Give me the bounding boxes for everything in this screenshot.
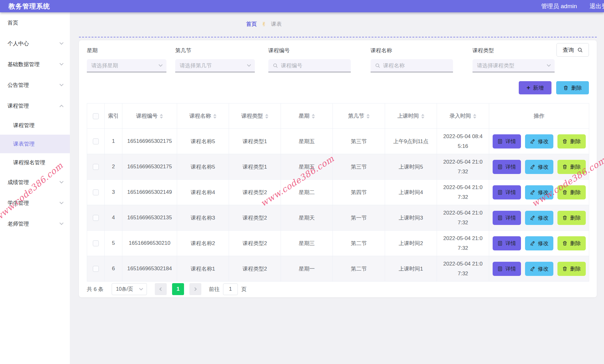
select-all-checkbox[interactable] — [93, 113, 99, 119]
add-button[interactable]: + 新增 — [519, 81, 551, 94]
filter-placeholder: 请选择课程类型 — [477, 62, 545, 69]
filter-select[interactable]: 请选择第几节 — [175, 59, 255, 72]
sidebar-item-1[interactable]: 个人中心 — [0, 33, 70, 54]
detail-button[interactable]: 详情 — [493, 211, 521, 225]
delete-button[interactable]: 删除 — [557, 160, 586, 174]
chevron-down-icon — [59, 221, 64, 225]
sidebar-item-label: 课程管理 — [13, 122, 35, 129]
column-header-4[interactable]: 星期 — [281, 104, 333, 129]
edit-button[interactable]: 修改 — [525, 134, 553, 148]
delete-button[interactable]: 删除 — [557, 262, 586, 276]
sidebar-item-4[interactable]: 课程管理 — [0, 95, 70, 116]
column-header-0: 索引 — [105, 104, 122, 129]
detail-button-label: 详情 — [506, 163, 516, 171]
sidebar-subitem-7[interactable]: 课程报名管理 — [0, 153, 70, 172]
sidebar-item-label: 公告管理 — [8, 81, 29, 89]
trash-icon — [562, 266, 568, 272]
trash-icon — [562, 215, 568, 221]
sidebar-item-10[interactable]: 老师管理 — [0, 213, 70, 234]
search-icon — [273, 63, 278, 68]
sidebar-item-0[interactable]: 首页 — [0, 12, 70, 33]
detail-button[interactable]: 详情 — [493, 160, 521, 174]
cell-course-code: 165166965302184 — [122, 256, 177, 282]
edit-button[interactable]: 修改 — [525, 185, 553, 199]
cell-course-type: 课程类型2 — [229, 231, 281, 256]
sidebar-item-9[interactable]: 学生管理 — [0, 193, 70, 213]
filter-search-input[interactable]: 课程名称 — [371, 59, 453, 72]
edit-button[interactable]: 修改 — [525, 211, 553, 225]
admin-user-label[interactable]: 管理员 admin — [541, 2, 577, 10]
filter-select[interactable]: 请选择星期 — [87, 59, 166, 72]
detail-button[interactable]: 详情 — [493, 134, 521, 148]
sidebar-item-3[interactable]: 公告管理 — [0, 75, 70, 95]
filter-group: 第几节 请选择第几节 — [175, 47, 255, 72]
filter-group: 课程类型 请选择课程类型 — [473, 47, 555, 72]
page-size-select[interactable]: 10条/页 — [112, 283, 147, 295]
column-header-7[interactable]: 录入时间 — [437, 104, 489, 129]
batch-delete-button[interactable]: 删除 — [556, 81, 589, 94]
pagination: 共 6 条 10条/页 1 前往 1 页 — [87, 283, 589, 295]
sort-caret-icon[interactable] — [366, 114, 370, 119]
sidebar-item-8[interactable]: 成绩管理 — [0, 172, 70, 193]
row-checkbox[interactable] — [93, 138, 99, 144]
column-header-1[interactable]: 课程编号 — [122, 104, 177, 129]
sort-caret-icon[interactable] — [312, 114, 315, 119]
table-row: 3 165166965302149 课程名称4 课程类型2 星期二 第四节 上课… — [87, 180, 589, 205]
query-button[interactable]: 查询 — [556, 43, 589, 57]
sort-caret-icon[interactable] — [421, 114, 424, 119]
document-icon — [497, 164, 503, 170]
page-jumper: 前往 1 页 — [209, 283, 247, 295]
column-header-3[interactable]: 课程类型 — [229, 104, 281, 129]
row-checkbox[interactable] — [93, 215, 99, 221]
edit-button[interactable]: 修改 — [525, 160, 553, 174]
edit-button[interactable]: 修改 — [525, 236, 553, 250]
filter-label: 星期 — [87, 47, 166, 54]
delete-button-label: 删除 — [570, 189, 581, 196]
cell-section: 第三节 — [333, 154, 385, 180]
row-checkbox[interactable] — [93, 240, 99, 246]
filter-search-input[interactable]: 课程编号 — [268, 59, 351, 72]
detail-button[interactable]: 详情 — [493, 262, 521, 276]
sidebar-subitem-6[interactable]: 课表管理 — [0, 135, 70, 153]
breadcrumb-home[interactable]: 首页 — [246, 20, 257, 28]
row-checkbox-cell — [87, 129, 105, 154]
detail-button[interactable]: 详情 — [493, 236, 521, 250]
current-page-button[interactable]: 1 — [172, 283, 184, 295]
prev-page-button[interactable] — [155, 283, 167, 295]
delete-button[interactable]: 删除 — [557, 185, 586, 199]
delete-button[interactable]: 删除 — [557, 236, 586, 250]
detail-button-label: 详情 — [506, 214, 516, 221]
edit-button-label: 修改 — [538, 265, 549, 272]
edit-button[interactable]: 修改 — [525, 262, 553, 276]
filter-select[interactable]: 请选择课程类型 — [473, 59, 555, 72]
delete-button[interactable]: 删除 — [557, 134, 586, 148]
cell-actions: 详情 修改 删除 — [489, 231, 589, 256]
row-actions: 详情 修改 删除 — [489, 134, 589, 148]
delete-button[interactable]: 删除 — [557, 211, 586, 225]
row-checkbox[interactable] — [93, 164, 99, 170]
detail-button[interactable]: 详情 — [493, 185, 521, 199]
next-page-button[interactable] — [189, 283, 201, 295]
jump-page-input[interactable]: 1 — [223, 283, 238, 295]
row-checkbox-cell — [87, 231, 105, 256]
cell-weekday: 星期天 — [281, 205, 333, 231]
sidebar-item-2[interactable]: 基础数据管理 — [0, 54, 70, 75]
row-checkbox[interactable] — [93, 266, 99, 272]
column-header-6[interactable]: 上课时间 — [385, 104, 437, 129]
row-checkbox[interactable] — [93, 189, 99, 195]
cell-section: 第一节 — [333, 205, 385, 231]
sidebar-subitem-5[interactable]: 课程管理 — [0, 116, 70, 135]
cell-weekday: 星期三 — [281, 231, 333, 256]
sort-caret-icon[interactable] — [473, 114, 476, 119]
logout-button[interactable]: 退出登录 — [590, 2, 604, 10]
sort-caret-icon[interactable] — [160, 114, 163, 119]
filter-placeholder: 请选择第几节 — [180, 62, 245, 69]
cell-actions: 详情 修改 删除 — [489, 180, 589, 205]
filter-label: 课程类型 — [473, 47, 555, 54]
sort-caret-icon[interactable] — [265, 114, 268, 119]
sort-caret-icon[interactable] — [213, 114, 216, 119]
column-header-2[interactable]: 课程名称 — [177, 104, 229, 129]
column-header-5[interactable]: 第几节 — [333, 104, 385, 129]
edit-button-label: 修改 — [538, 240, 549, 247]
pencil-icon — [530, 139, 535, 144]
